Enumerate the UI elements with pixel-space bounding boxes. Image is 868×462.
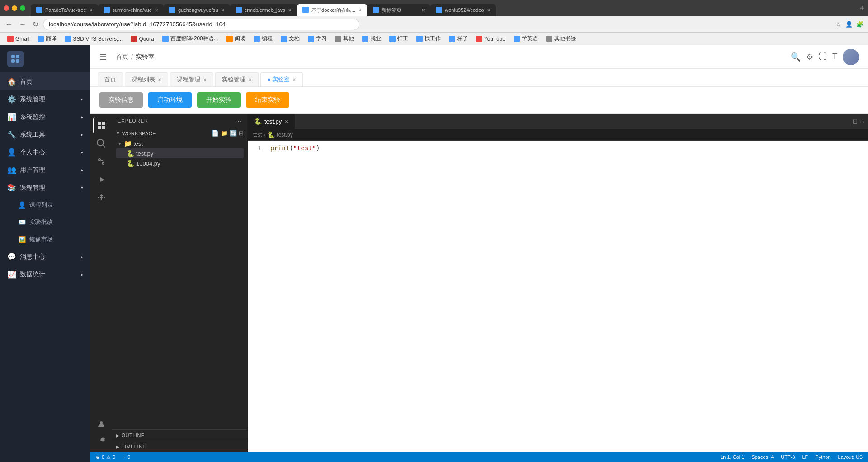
- tab-close-icon[interactable]: ✕: [358, 8, 362, 13]
- page-tab-close-2[interactable]: ✕: [203, 77, 207, 82]
- bookmark-item-1[interactable]: 翻译: [34, 34, 60, 43]
- status-spaces[interactable]: Spaces: 4: [751, 454, 774, 460]
- tab-close-icon[interactable]: ✕: [89, 8, 93, 13]
- nav-sub-item-1[interactable]: ✉️ 实验批改: [0, 214, 90, 231]
- editor-content[interactable]: 1 print("test"): [248, 141, 868, 452]
- outline-header[interactable]: ▶ OUTLINE: [116, 433, 244, 438]
- action-btn-0[interactable]: 实验信息: [99, 92, 143, 108]
- hamburger-icon[interactable]: ☰: [99, 52, 107, 62]
- bookmark-item-6[interactable]: 编程: [250, 34, 276, 43]
- collapse-icon[interactable]: ⊟: [239, 130, 244, 137]
- profile-icon[interactable]: 👤: [844, 20, 854, 29]
- action-btn-2[interactable]: 开始实验: [197, 92, 241, 108]
- page-tab-0[interactable]: 首页: [98, 72, 123, 86]
- address-bar[interactable]: localhost/course/laboratory/use?labId=16…: [43, 19, 359, 30]
- explorer-more-icon[interactable]: ···: [235, 117, 242, 124]
- page-tab-3[interactable]: 实验管理 ✕: [215, 72, 259, 86]
- status-errors[interactable]: ⊗ 0 ⚠ 0: [96, 454, 115, 460]
- win-max-btn[interactable]: [20, 5, 25, 11]
- source-control-activity-icon[interactable]: [93, 153, 109, 170]
- forward-button[interactable]: →: [17, 19, 28, 29]
- bookmark-item-13[interactable]: 梯子: [445, 34, 472, 43]
- account-activity-icon[interactable]: [93, 416, 109, 432]
- nav-item-8[interactable]: 📈 数据统计 ▸: [0, 266, 90, 283]
- page-tab-close-4[interactable]: ✕: [292, 77, 296, 82]
- bookmark-item-2[interactable]: SSD VPS Servers,...: [61, 35, 126, 43]
- extensions-icon[interactable]: 🧩: [855, 20, 864, 29]
- tab-close-icon[interactable]: ✕: [421, 8, 425, 13]
- run-activity-icon[interactable]: [93, 171, 109, 188]
- workspace-title[interactable]: ▼ WORKSPACE: [116, 131, 156, 136]
- folder-test[interactable]: ▼ 📁 test: [116, 138, 244, 148]
- status-git[interactable]: ⑂ 0: [123, 454, 130, 460]
- nav-item-0[interactable]: 🏠 首页: [0, 73, 90, 90]
- bookmark-item-3[interactable]: Quora: [127, 35, 157, 43]
- search-icon[interactable]: 🔍: [791, 52, 801, 62]
- bookmark-item-9[interactable]: 其他: [331, 34, 358, 43]
- page-tab-2[interactable]: 课程管理 ✕: [170, 72, 213, 86]
- user-avatar[interactable]: [843, 49, 859, 65]
- browser-tab-tab4[interactable]: crmeb/crmeb_java ✕: [230, 4, 297, 16]
- page-tab-close-1[interactable]: ✕: [158, 77, 161, 82]
- bookmark-star-icon[interactable]: ☆: [834, 20, 843, 29]
- status-encoding[interactable]: UTF-8: [781, 454, 795, 460]
- extensions-activity-icon[interactable]: [93, 190, 109, 206]
- tab-close-icon[interactable]: ✕: [221, 8, 225, 13]
- breadcrumb-home[interactable]: 首页: [116, 53, 128, 61]
- nav-item-2[interactable]: 📊 系统监控 ▸: [0, 108, 90, 126]
- action-btn-3[interactable]: 结束实验: [246, 92, 289, 108]
- bookmark-item-12[interactable]: 找工作: [413, 34, 444, 43]
- reload-button[interactable]: ↻: [31, 19, 40, 29]
- bookmark-item-16[interactable]: 其他书签: [542, 34, 580, 43]
- bookmark-item-15[interactable]: 学英语: [510, 34, 542, 43]
- bookmark-item-14[interactable]: YouTube: [472, 35, 509, 43]
- fullscreen-icon[interactable]: ⛶: [819, 52, 827, 62]
- status-language[interactable]: Python: [815, 454, 830, 460]
- bookmark-item-10[interactable]: 就业: [359, 34, 385, 43]
- browser-tab-tab6[interactable]: 新标签页 ✕: [367, 4, 430, 16]
- font-icon[interactable]: T: [832, 52, 837, 62]
- split-editor-icon[interactable]: ⊡: [853, 118, 858, 125]
- browser-tab-tab3[interactable]: guchengwuyue/su ✕: [164, 4, 230, 16]
- browser-tab-tab7[interactable]: woniu9524/codeo ✕: [430, 4, 495, 16]
- new-tab-button[interactable]: +: [859, 4, 864, 13]
- tab-close-icon[interactable]: ✕: [288, 8, 292, 13]
- more-actions-icon[interactable]: ···: [859, 118, 864, 125]
- search-activity-icon[interactable]: [93, 135, 109, 152]
- action-btn-1[interactable]: 启动环境: [148, 92, 192, 108]
- status-line-ending[interactable]: LF: [802, 454, 808, 460]
- new-file-icon[interactable]: 📄: [212, 130, 219, 137]
- page-tab-close-3[interactable]: ✕: [248, 77, 252, 82]
- nav-item-7[interactable]: 💬 消息中心 ▸: [0, 248, 90, 266]
- bookmark-item-11[interactable]: 打工: [386, 34, 412, 43]
- tab-close-icon[interactable]: ✕: [155, 8, 158, 13]
- bookmark-item-5[interactable]: 阅读: [223, 34, 249, 43]
- page-tab-1[interactable]: 课程列表 ✕: [125, 72, 168, 86]
- tab-close-icon[interactable]: ✕: [487, 8, 491, 13]
- bookmark-item-0[interactable]: Gmail: [4, 35, 33, 43]
- nav-sub-item-2[interactable]: 🖼️ 镜像市场: [0, 231, 90, 248]
- status-layout[interactable]: Layout: US: [838, 454, 863, 460]
- file-10004-py[interactable]: 🐍 10004.py: [116, 158, 244, 168]
- github-icon[interactable]: ⚙: [806, 52, 813, 62]
- win-close-btn[interactable]: [4, 5, 9, 11]
- new-folder-icon[interactable]: 📁: [221, 130, 228, 137]
- file-test-py[interactable]: 🐍 test.py: [116, 148, 244, 158]
- settings-activity-icon[interactable]: [93, 432, 109, 448]
- browser-tab-tab1[interactable]: ParadeTo/vue-tree ✕: [31, 4, 98, 16]
- editor-tab-test-py[interactable]: 🐍 test.py ✕: [248, 114, 295, 129]
- bookmark-item-8[interactable]: 学习: [304, 34, 330, 43]
- editor-tab-close-icon[interactable]: ✕: [284, 119, 288, 124]
- bookmark-item-4[interactable]: 百度翻译-200种语...: [159, 34, 222, 43]
- browser-tab-tab2[interactable]: surmon-china/vue ✕: [98, 4, 164, 16]
- status-position[interactable]: Ln 1, Col 1: [720, 454, 744, 460]
- refresh-icon[interactable]: 🔄: [230, 130, 237, 137]
- nav-item-1[interactable]: ⚙️ 系统管理 ▸: [0, 90, 90, 108]
- nav-item-3[interactable]: 🔧 系统工具 ▸: [0, 126, 90, 143]
- nav-item-5[interactable]: 👥 用户管理 ▸: [0, 161, 90, 179]
- win-min-btn[interactable]: [12, 5, 17, 11]
- explorer-activity-icon[interactable]: [93, 117, 109, 133]
- nav-item-6[interactable]: 📚 课程管理 ▾: [0, 179, 90, 196]
- page-tab-4[interactable]: ● 实验室 ✕: [260, 72, 303, 86]
- browser-tab-tab5[interactable]: 基于docker的在线... ✕: [297, 4, 367, 16]
